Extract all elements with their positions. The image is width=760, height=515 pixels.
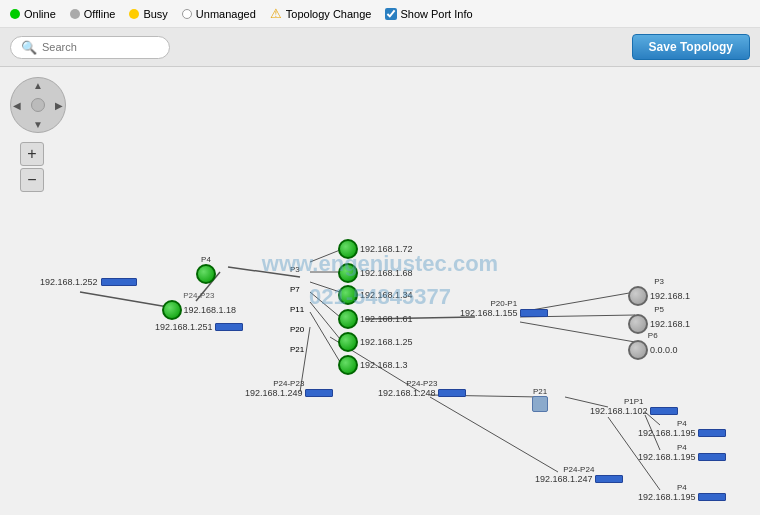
p20-label-text: P20 bbox=[290, 325, 304, 334]
p21-lower-icon bbox=[532, 396, 548, 412]
p5-gray-label: P5 bbox=[654, 305, 664, 314]
p6-gray-ip: 0.0.0.0 bbox=[650, 345, 678, 355]
topology-area: ▲ ▼ ◀ ▶ + − www.engeniustec.com 021-5484… bbox=[0, 67, 760, 492]
p4-sw-upper-ip: 192.168.1.195 bbox=[638, 428, 696, 438]
nav-down-arrow[interactable]: ▼ bbox=[33, 119, 43, 130]
p21-lower-label: P21 bbox=[533, 387, 547, 396]
p23-ip2: 192.168.1.251 bbox=[155, 322, 213, 332]
p23-ip: 192.168.1.18 bbox=[184, 305, 237, 315]
p11-circle bbox=[338, 309, 358, 329]
p4-sw-mid-label: P4 bbox=[677, 443, 687, 452]
save-topology-button[interactable]: Save Topology bbox=[632, 34, 750, 60]
p4-label: P4 bbox=[201, 255, 211, 264]
zoom-in-button[interactable]: + bbox=[20, 142, 44, 166]
p6-gray-label: P6 bbox=[648, 331, 658, 340]
node-p3-gray[interactable]: P3 192.168.1 bbox=[628, 277, 690, 306]
node-p4-sw-upper[interactable]: P4 192.168.1.195 bbox=[638, 419, 726, 438]
zoom-out-button[interactable]: − bbox=[20, 168, 44, 192]
legend-offline: Offline bbox=[70, 8, 116, 20]
show-port-info-checkbox[interactable] bbox=[385, 8, 397, 20]
p4-sw-mid-ip: 192.168.1.195 bbox=[638, 452, 696, 462]
offline-dot bbox=[70, 9, 80, 19]
node-p5-gray[interactable]: P5 192.168.1 bbox=[628, 305, 690, 334]
p4-sw-upper-label: P4 bbox=[677, 419, 687, 428]
p20-p1-label: P20-P1 bbox=[490, 299, 517, 308]
svg-line-5 bbox=[310, 282, 340, 292]
p21-ip: 192.168.1.3 bbox=[360, 360, 408, 370]
nav-right-arrow[interactable]: ▶ bbox=[55, 100, 63, 111]
busy-label: Busy bbox=[143, 8, 167, 20]
p21-label-text: P21 bbox=[290, 345, 304, 354]
main-switch-portbar bbox=[101, 278, 137, 286]
p11-ip: 192.168.1.61 bbox=[360, 314, 413, 324]
node-p24-p23-left[interactable]: P24-P23 192.168.1.249 bbox=[245, 379, 333, 398]
node-p1p1[interactable]: P1P1 192.168.1.102 bbox=[590, 397, 678, 416]
nav-pad[interactable]: ▲ ▼ ◀ ▶ bbox=[10, 77, 66, 133]
search-input[interactable] bbox=[42, 41, 162, 53]
node-p11[interactable]: 192.168.1.61 bbox=[338, 309, 413, 329]
p3b-ip: 192.168.1.68 bbox=[360, 268, 413, 278]
unmanaged-dot bbox=[182, 9, 192, 19]
node-p24-p23-right[interactable]: P24-P23 192.168.1.248 bbox=[378, 379, 466, 398]
nav-left-arrow[interactable]: ◀ bbox=[13, 100, 21, 111]
node-p21-lower[interactable]: P21 bbox=[532, 387, 548, 412]
node-p7[interactable]: 192.168.1.34 bbox=[338, 285, 413, 305]
node-p20-p1[interactable]: P20-P1 192.168.1.155 bbox=[460, 299, 548, 318]
p5-gray-ip: 192.168.1 bbox=[650, 319, 690, 329]
legend-topology-change: ⚠ Topology Change bbox=[270, 6, 372, 21]
nav-center bbox=[31, 98, 45, 112]
node-p21[interactable]: 192.168.1.3 bbox=[338, 355, 408, 375]
unmanaged-label: Unmanaged bbox=[196, 8, 256, 20]
p3b-circle bbox=[338, 263, 358, 283]
node-p24-p24[interactable]: P24-P24 192.168.1.247 bbox=[535, 465, 623, 484]
p23-port-label: P24-P23 bbox=[183, 291, 214, 300]
search-box[interactable]: 🔍 bbox=[10, 36, 170, 59]
p24-p23-left-ip: 192.168.1.249 bbox=[245, 388, 303, 398]
p3-gray-label: P3 bbox=[654, 277, 664, 286]
p24-p23-right-portbar bbox=[438, 389, 466, 397]
main-switch-ip: 192.168.1.252 bbox=[40, 277, 98, 287]
p4-sw-mid-portbar bbox=[698, 453, 726, 461]
node-p4-sw-lower[interactable]: P4 192.168.1.195 bbox=[638, 483, 726, 502]
svg-line-8 bbox=[310, 312, 340, 362]
svg-line-6 bbox=[310, 292, 340, 317]
offline-label: Offline bbox=[84, 8, 116, 20]
p7-circle bbox=[338, 285, 358, 305]
nav-up-arrow[interactable]: ▲ bbox=[33, 80, 43, 91]
node-main-switch[interactable]: 192.168.1.252 bbox=[40, 277, 137, 287]
node-p23[interactable]: P24-P23 192.168.1.18 192.168.1.251 bbox=[155, 291, 243, 332]
p24-p23-left-portbar bbox=[305, 389, 333, 397]
topology-change-label: Topology Change bbox=[286, 8, 372, 20]
p7-label: P7 bbox=[290, 285, 300, 294]
p3-gray-circle bbox=[628, 286, 648, 306]
node-p4[interactable]: P4 bbox=[196, 255, 216, 284]
zoom-controls: + − bbox=[20, 142, 44, 192]
legend-busy: Busy bbox=[129, 8, 167, 20]
p23-circle bbox=[162, 300, 182, 320]
p4-circle bbox=[196, 264, 216, 284]
node-p6-gray[interactable]: P6 0.0.0.0 bbox=[628, 331, 678, 360]
node-p3-area: P3 bbox=[290, 265, 300, 274]
p4-sw-lower-portbar bbox=[698, 493, 726, 501]
p4-sw-lower-label: P4 bbox=[677, 483, 687, 492]
legend-unmanaged: Unmanaged bbox=[182, 8, 256, 20]
node-p4-sw-mid[interactable]: P4 192.168.1.195 bbox=[638, 443, 726, 462]
node-p20[interactable]: 192.168.1.25 bbox=[338, 332, 413, 352]
p20-p1-ip: 192.168.1.155 bbox=[460, 308, 518, 318]
p21-circle bbox=[338, 355, 358, 375]
p3-label: P3 bbox=[290, 265, 300, 274]
node-p2[interactable]: 192.168.1.72 bbox=[338, 239, 413, 259]
p20-circle bbox=[338, 332, 358, 352]
p6-gray-circle bbox=[628, 340, 648, 360]
svg-line-14 bbox=[520, 322, 635, 342]
p24-p23-right-label: P24-P23 bbox=[406, 379, 437, 388]
p1p1-portbar bbox=[650, 407, 678, 415]
node-p3b[interactable]: 192.168.1.68 bbox=[338, 263, 413, 283]
p1p1-label: P1P1 bbox=[624, 397, 644, 406]
legend-show-port-info[interactable]: Show Port Info bbox=[385, 8, 472, 20]
p2-ip: 192.168.1.72 bbox=[360, 244, 413, 254]
p4-sw-lower-ip: 192.168.1.195 bbox=[638, 492, 696, 502]
show-port-info-label[interactable]: Show Port Info bbox=[400, 8, 472, 20]
p24-p24-label: P24-P24 bbox=[563, 465, 594, 474]
legend-bar: Online Offline Busy Unmanaged ⚠ Topology… bbox=[0, 0, 760, 28]
